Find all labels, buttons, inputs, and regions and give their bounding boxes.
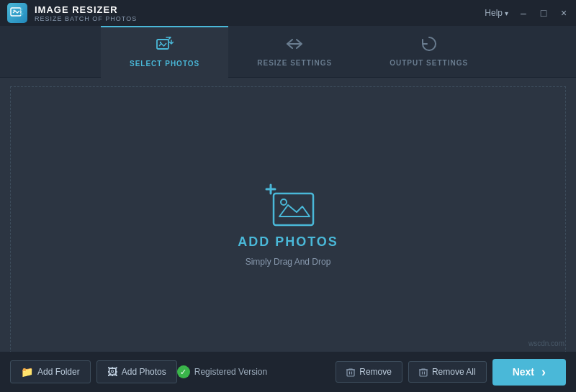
help-button[interactable]: Help ▾: [485, 8, 508, 18]
check-icon: ✓: [177, 365, 190, 378]
tabs-bar: SELECT PHOTOS RESIZE SETTINGS OUTPUT SET…: [0, 26, 576, 78]
tab-output-settings-label: OUTPUT SETTINGS: [390, 59, 468, 67]
remove-button[interactable]: Remove: [336, 361, 402, 383]
minimize-button[interactable]: –: [518, 8, 528, 18]
tab-output-settings[interactable]: OUTPUT SETTINGS: [361, 26, 497, 77]
watermark: wscdn.com: [528, 339, 564, 347]
close-button[interactable]: ×: [559, 8, 569, 18]
tab-select-photos-label: SELECT PHOTOS: [130, 60, 199, 68]
output-settings-icon: [420, 36, 438, 55]
drop-zone: ADD PHOTOS Simply Drag And Drop: [238, 181, 338, 267]
window-controls: Help ▾ – □ ×: [485, 8, 569, 18]
add-folder-button[interactable]: 📁Add Folder: [10, 360, 91, 383]
select-photos-icon: [156, 37, 174, 56]
remove-all-button[interactable]: Remove All: [408, 361, 487, 383]
app-icon: [7, 3, 27, 23]
registered-section: ✓Registered Version: [177, 365, 336, 378]
next-button[interactable]: Next›: [492, 359, 566, 386]
right-actions: RemoveRemove AllNext›: [336, 359, 566, 386]
bottom-bar: 📁Add Folder🖼Add Photos✓Registered Versio…: [0, 352, 576, 392]
drop-zone-area[interactable]: ADD PHOTOS Simply Drag And Drop: [10, 86, 566, 360]
add-photos-sublabel: Simply Drag And Drop: [246, 257, 331, 267]
svg-point-7: [281, 199, 287, 205]
app-branding: IMAGE RESIZER RESIZE BATCH OF PHOTOS: [7, 3, 137, 23]
svg-rect-8: [347, 370, 354, 376]
registered-text: Registered Version: [194, 367, 267, 377]
resize-settings-icon: [286, 36, 303, 55]
left-section: 📁Add Folder🖼Add Photos: [10, 360, 177, 383]
tab-select-photos[interactable]: SELECT PHOTOS: [101, 26, 228, 77]
tab-resize-settings[interactable]: RESIZE SETTINGS: [228, 26, 361, 77]
app-title: IMAGE RESIZER: [35, 4, 137, 15]
title-bar: IMAGE RESIZER RESIZE BATCH OF PHOTOS Hel…: [0, 0, 576, 26]
app-subtitle: RESIZE BATCH OF PHOTOS: [35, 15, 137, 22]
svg-rect-12: [420, 370, 427, 376]
add-photos-label: ADD PHOTOS: [238, 234, 338, 250]
add-photos-icon: [259, 181, 317, 227]
svg-point-3: [159, 42, 161, 43]
maximize-button[interactable]: □: [539, 8, 549, 18]
tab-resize-settings-label: RESIZE SETTINGS: [257, 59, 332, 67]
add-photos-button[interactable]: 🖼Add Photos: [96, 360, 177, 383]
app-title-group: IMAGE RESIZER RESIZE BATCH OF PHOTOS: [35, 4, 137, 22]
add-actions: 📁Add Folder🖼Add Photos: [10, 360, 177, 383]
svg-point-1: [14, 10, 15, 12]
